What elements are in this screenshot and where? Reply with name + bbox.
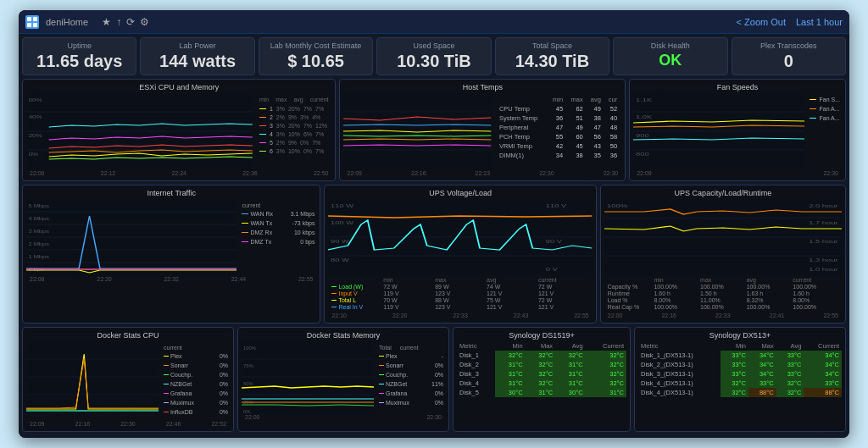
svg-text:20%: 20% [29,133,43,138]
synology-ds1519-title: Synology DS1519+ [457,331,626,340]
internet-traffic-chart: 5 Mbps 4 Mbps 3 Mbps 2 Mbps 1 Mbps 0 bps… [26,199,236,275]
charts-row-3: Docker Stats CPU [22,327,846,432]
svg-text:4 Mbps: 4 Mbps [28,216,49,222]
svg-text:900: 900 [636,133,649,139]
esxi-cpu-memory-panel: ESXi CPU and Memory 60% 40% 20% [22,79,336,181]
svg-text:90 V: 90 V [546,239,563,245]
share-icon[interactable]: ↑ [116,16,121,28]
svg-text:0 V: 0 V [546,267,559,273]
esxi-legend: minmaxavgcurrent 13%20%7%7% 22%9%3%4% 33… [256,93,332,169]
titlebar-left: deniHome ★ ↑ ⟳ ⚙ [25,15,149,29]
svg-rect-58 [26,341,159,413]
charts-row-2: Internet Traffic 5 Mbps 4 Mbps 3 Mb [22,185,846,324]
star-icon[interactable]: ★ [102,16,111,28]
esxi-chart-area: 60% 40% 20% 0% [26,93,253,169]
fan-speeds-chart: 1.1K 1.0K 900 800 [633,93,804,169]
stat-total-space: Total Space 14.30 TiB [495,37,609,75]
dashboard: Uptime 11.65 days Lab Power 144 watts La… [19,34,849,438]
titlebar: deniHome ★ ↑ ⟳ ⚙ < Zoom Out Last 1 hour [19,10,849,34]
svg-text:1.0 hour: 1.0 hour [809,267,838,273]
docker-memory-panel: Docker Stats Memory 100% 75% 50% 25% [237,327,449,432]
svg-text:1.3 hour: 1.3 hour [809,257,838,263]
synology-dx513-title: Synology DX513+ [638,331,842,340]
titlebar-right: < Zoom Out Last 1 hour [737,17,843,27]
refresh-icon[interactable]: ⟳ [126,16,135,28]
stat-disk-health-label: Disk Health [620,41,720,50]
svg-text:40%: 40% [29,114,43,119]
svg-text:2 Mbps: 2 Mbps [28,241,49,247]
host-temps-chart [343,93,491,169]
stat-lab-power: Lab Power 144 watts [140,37,254,75]
ups-capacity-panel: UPS Capacity/Load/Runtime 100% 2.0 hour … [600,185,846,324]
stat-lab-power-label: Lab Power [147,41,247,50]
svg-rect-3 [33,23,37,27]
svg-text:75%: 75% [243,363,253,368]
synology-ds1519-panel: Synology DS1519+ MetricMinMaxAvgCurrent … [453,327,631,432]
stat-lab-power-value: 144 watts [147,52,247,71]
synology-dx513-panel: Synology DX513+ MetricMinMaxAvgCurrent D… [634,327,846,432]
synology-dx513-table: MetricMinMaxAvgCurrent Disk_1_(DX513-1)3… [638,341,842,397]
svg-text:60%: 60% [29,97,43,102]
svg-text:80 W: 80 W [331,257,350,263]
svg-text:0%: 0% [29,152,39,157]
host-temps-table: minmaxavgcur CPU Temp45624952 System Tem… [497,95,620,160]
settings-icon[interactable]: ⚙ [140,16,149,28]
svg-text:1.5 hour: 1.5 hour [809,239,838,245]
svg-rect-1 [33,17,37,21]
svg-text:0%: 0% [243,409,251,413]
host-temps-title: Host Temps [343,83,621,91]
stat-total-space-label: Total Space [503,41,602,50]
docker-cpu-title: Docker Stats CPU [26,331,230,340]
svg-text:50%: 50% [243,381,253,386]
svg-text:5 Mbps: 5 Mbps [28,203,49,209]
main-window: deniHome ★ ↑ ⟳ ⚙ < Zoom Out Last 1 hour … [19,10,849,438]
svg-text:3 Mbps: 3 Mbps [28,229,49,235]
stat-plex-label: Plex Transcodes [739,41,838,50]
stat-used-space: Used Space 10.30 TiB [376,37,491,75]
charts-row-1: ESXi CPU and Memory 60% 40% 20% [22,79,846,181]
titlebar-icons: ★ ↑ ⟳ ⚙ [102,16,149,28]
svg-text:1.1K: 1.1K [636,97,653,103]
app-icon [25,15,39,29]
stat-plex-value: 0 [739,52,838,71]
fan-speeds-title: Fan Speeds [633,83,842,91]
stat-uptime-label: Uptime [30,41,129,50]
stat-cost-value: $ 10.65 [266,52,365,71]
svg-text:100%: 100% [607,203,627,209]
zoom-out-btn[interactable]: < Zoom Out [737,17,786,27]
svg-rect-2 [27,23,31,27]
ups-voltage-panel: UPS Voltage/Load 110 W 100 W 90 W 80 W 1… [324,185,596,324]
stat-disk-health-value: OK [620,52,720,69]
svg-text:100 W: 100 W [331,220,355,226]
svg-text:100%: 100% [243,346,257,351]
docker-cpu-panel: Docker Stats CPU [22,327,234,432]
svg-text:1 Mbps: 1 Mbps [28,254,49,260]
ups-capacity-title: UPS Capacity/Load/Runtime [604,189,842,197]
svg-text:2.0 hour: 2.0 hour [809,203,838,209]
svg-rect-0 [27,17,31,21]
host-temps-panel: Host Temps [339,79,626,181]
ups-voltage-title: UPS Voltage/Load [328,189,592,197]
svg-text:800: 800 [636,152,649,158]
stat-plex: Plex Transcodes 0 [732,37,846,75]
svg-text:1.7 hour: 1.7 hour [809,220,838,226]
stats-row: Uptime 11.65 days Lab Power 144 watts La… [22,37,846,75]
stat-used-space-label: Used Space [384,41,483,50]
esxi-chart-title: ESXi CPU and Memory [26,83,331,91]
internet-traffic-panel: Internet Traffic 5 Mbps 4 Mbps 3 Mb [22,185,320,324]
app-title: deniHome [46,17,88,27]
stat-total-space-value: 14.30 TiB [503,52,602,71]
stat-uptime-value: 11.65 days [30,52,129,71]
synology-ds1519-table: MetricMinMaxAvgCurrent Disk_132°C32°C32°… [457,341,626,397]
stat-disk-health: Disk Health OK [613,37,727,75]
svg-text:110 V: 110 V [546,203,567,209]
stat-cost-label: Lab Monthly Cost Estimate [266,41,365,50]
stat-used-space-value: 10.30 TiB [384,52,483,71]
stat-cost: Lab Monthly Cost Estimate $ 10.65 [259,37,373,75]
svg-text:90 W: 90 W [331,239,350,245]
time-range-btn[interactable]: Last 1 hour [796,17,843,27]
internet-traffic-title: Internet Traffic [26,189,316,197]
svg-text:1.0K: 1.0K [636,114,653,120]
svg-text:110 W: 110 W [331,203,355,209]
fan-speeds-panel: Fan Speeds 1.1K 1.0K 900 800 [629,79,846,181]
